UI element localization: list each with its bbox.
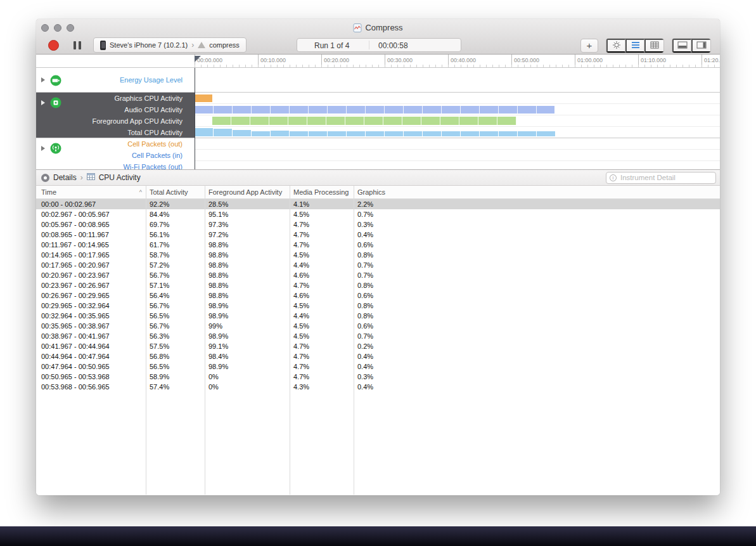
ruler-ticks: 00:00.00000:10.00000:20.00000:30.00000:4…: [195, 55, 720, 67]
column-header-foreground-app-activity[interactable]: Foreground App Activity: [205, 186, 290, 198]
table-cell: 00:11.967 - 00:14.965: [36, 241, 146, 249]
table-cell: 00:41.967 - 00:44.964: [36, 342, 146, 350]
disclosure-triangle-network[interactable]: [41, 146, 45, 151]
table-row[interactable]: 00:53.968 - 00:56.96557.4%0%4.3%0.4%: [36, 382, 720, 392]
table-row[interactable]: 00:29.965 - 00:32.96456.7%98.9%4.5%0.8%: [36, 301, 720, 311]
total-cpu-lane[interactable]: [195, 127, 720, 138]
table-cell: 00:50.965 - 00:53.968: [36, 373, 146, 380]
breadcrumb-cpu-activity[interactable]: CPU Activity: [99, 173, 141, 182]
target-device-button[interactable]: Steve's iPhone 7 (10.2.1) › compress: [93, 37, 247, 53]
table-cell: 0.2%: [354, 342, 720, 350]
table-row[interactable]: 00:11.967 - 00:14.96561.7%98.8%4.7%0.6%: [36, 240, 720, 250]
table-cell: 84.4%: [146, 211, 205, 218]
table-cell: 98.8%: [205, 251, 290, 259]
table-cell: 0%: [205, 383, 290, 391]
disclosure-triangle-cpu[interactable]: [41, 100, 45, 105]
table-row[interactable]: 00:47.964 - 00:50.96556.5%98.9%4.7%0.4%: [36, 361, 720, 372]
ruler-tick: 00:30.000: [385, 55, 385, 67]
threads-strategy-button[interactable]: [644, 39, 663, 53]
add-instrument-button[interactable]: +: [580, 39, 598, 53]
table-row[interactable]: 00:26.967 - 00:29.96556.4%98.8%4.6%0.6%: [36, 290, 720, 301]
cell-out-lane[interactable]: [195, 138, 720, 150]
filter-icon: [610, 174, 617, 181]
table-row[interactable]: 00:14.965 - 00:17.96558.7%98.8%4.5%0.8%: [36, 250, 720, 260]
titlebar[interactable]: Compress: [36, 19, 720, 36]
table-row[interactable]: 00:35.965 - 00:38.96756.7%99%4.5%0.6%: [36, 321, 720, 331]
activity-bar: [252, 131, 270, 136]
column-header-time[interactable]: Time ^: [36, 186, 146, 198]
search-input[interactable]: [619, 173, 712, 182]
track-network-packets[interactable]: Cell Packets (out) Cell Packets (in) Wi-…: [36, 138, 720, 169]
table-cell: 56.7%: [146, 271, 205, 279]
playhead-line[interactable]: [195, 68, 195, 169]
table-cell: 4.7%: [290, 363, 354, 370]
table-cell: 00:05.967 - 00:08.965: [36, 221, 146, 228]
audio-cpu-lane[interactable]: [195, 104, 720, 115]
table-cell: 00:00 - 00:02.967: [36, 200, 146, 208]
column-header-total-activity[interactable]: Total Activity: [146, 186, 205, 198]
instruments-strategy-button[interactable]: [625, 39, 644, 53]
pause-icon: [74, 41, 81, 49]
activity-bar: [233, 130, 251, 136]
foreground-app-cpu-lane[interactable]: [195, 115, 720, 127]
table-row[interactable]: 00:50.965 - 00:53.96858.9%0%4.7%0.3%: [36, 372, 720, 382]
column-header-media-processing[interactable]: Media Processing: [290, 186, 354, 198]
table-cell: 4.6%: [290, 271, 354, 279]
track-cpu-activity[interactable]: Graphics CPU Activity Audio CPU Activity…: [36, 93, 720, 138]
window-title-area: Compress: [36, 19, 720, 36]
record-button[interactable]: [45, 37, 61, 53]
table-row[interactable]: 00:08.965 - 00:11.96756.1%97.2%4.7%0.4%: [36, 230, 720, 240]
table-cell: 4.1%: [290, 200, 354, 208]
table-cell: 00:44.964 - 00:47.964: [36, 353, 146, 360]
desktop-background-band: [0, 526, 756, 546]
column-label: Time: [41, 188, 56, 196]
wifi-out-lane[interactable]: [195, 161, 720, 169]
right-pane-icon: [696, 41, 707, 51]
table-body: 00:00 - 00:02.96792.2%28.5%4.1%2.2%00:02…: [36, 199, 720, 495]
table-cell: 0.3%: [354, 373, 720, 380]
track-label-foreground-cpu: Foreground App CPU Activity: [93, 117, 183, 125]
table-cell: 0.7%: [354, 211, 720, 218]
table-cell: 00:02.967 - 00:05.967: [36, 211, 146, 218]
toggle-detail-pane-button[interactable]: [672, 39, 691, 53]
record-settings-button[interactable]: [606, 39, 625, 53]
table-row[interactable]: 00:20.967 - 00:23.96756.7%98.8%4.6%0.7%: [36, 270, 720, 280]
table-row[interactable]: 00:17.965 - 00:20.96757.2%98.8%4.4%0.7%: [36, 260, 720, 270]
pause-button[interactable]: [69, 37, 86, 53]
run-counter: Run 1 of 4: [314, 41, 349, 50]
breadcrumb-details[interactable]: Details: [53, 173, 77, 182]
table-cell: 56.5%: [146, 363, 205, 370]
cell-in-lane[interactable]: [195, 150, 720, 161]
activity-bar: [461, 131, 479, 136]
timeline-ruler[interactable]: 00:00.00000:10.00000:20.00000:30.00000:4…: [36, 55, 720, 68]
table-row[interactable]: 00:41.967 - 00:44.96457.5%99.1%4.7%0.2%: [36, 341, 720, 351]
table-row[interactable]: 00:23.967 - 00:26.96757.1%98.8%4.7%0.8%: [36, 280, 720, 290]
toggle-inspector-pane-button[interactable]: [691, 39, 710, 53]
table-cell: 98.4%: [205, 353, 290, 360]
activity-bar: [195, 94, 212, 102]
energy-lane[interactable]: [195, 68, 720, 92]
ruler-tick: 01:20.000: [702, 55, 702, 67]
chevron-separator: ›: [191, 41, 194, 49]
table-row[interactable]: 00:32.964 - 00:35.96556.5%98.9%4.4%0.8%: [36, 311, 720, 321]
table-row[interactable]: 00:44.964 - 00:47.96456.8%98.4%4.7%0.4%: [36, 351, 720, 361]
iphone-icon: [100, 41, 106, 50]
table-cell: 00:08.965 - 00:11.967: [36, 231, 146, 238]
table-row[interactable]: 00:02.967 - 00:05.96784.4%95.1%4.5%0.7%: [36, 209, 720, 219]
run-display-divider: [369, 41, 369, 49]
table-row[interactable]: 00:05.967 - 00:08.96569.7%97.3%4.7%0.3%: [36, 219, 720, 230]
table-view-icon: [87, 173, 95, 182]
activity-bar: [195, 106, 554, 114]
track-energy-usage[interactable]: Energy Usage Level: [36, 68, 720, 93]
track-area: Energy Usage Level Graphics CPU Activity…: [36, 68, 720, 169]
cpu-icon: [50, 97, 61, 108]
table-cell: 4.4%: [290, 261, 354, 269]
table-cell: 56.8%: [146, 353, 205, 360]
disclosure-triangle-energy[interactable]: [41, 77, 45, 82]
column-header-graphics[interactable]: Graphics: [354, 186, 720, 198]
table-cell: 56.1%: [146, 231, 205, 238]
instrument-detail-search[interactable]: [606, 172, 716, 184]
table-row[interactable]: 00:00 - 00:02.96792.2%28.5%4.1%2.2%: [36, 199, 720, 209]
graphics-cpu-lane[interactable]: [195, 93, 720, 104]
table-row[interactable]: 00:38.967 - 00:41.96756.3%98.9%4.5%0.7%: [36, 331, 720, 341]
